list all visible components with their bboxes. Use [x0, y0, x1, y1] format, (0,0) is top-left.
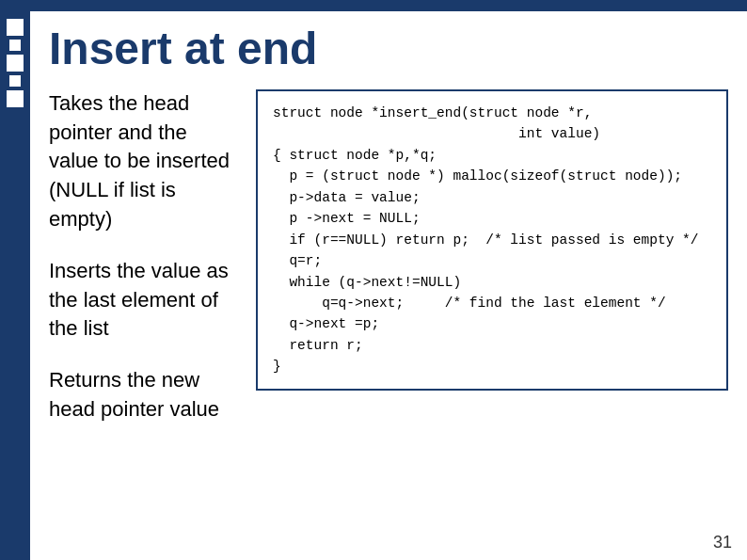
code-line-7: if (r==NULL) return p; /* list passed is… — [273, 230, 711, 250]
code-line-12: return r; — [273, 335, 711, 356]
slide-container: Insert at end Takes the head pointer and… — [0, 0, 747, 560]
code-line-13: } — [273, 356, 711, 376]
code-line-3: { struct node *p,*q; — [273, 145, 711, 166]
left-section-1-text: Takes the head pointer and the value to … — [49, 91, 230, 231]
code-line-11: q->next =p; — [273, 313, 711, 334]
code-line-4: p = (struct node *) malloc(sizeof(struct… — [273, 166, 711, 186]
left-square-3 — [7, 55, 24, 72]
code-line-2: int value) — [273, 123, 711, 144]
code-box: struct node *insert_end(struct node *r, … — [256, 89, 728, 391]
left-section-3-text: Returns the new head pointer value — [49, 368, 219, 421]
left-square-1 — [7, 19, 24, 36]
main-content: Insert at end Takes the head pointer and… — [30, 11, 747, 560]
left-text-panel: Takes the head pointer and the value to … — [49, 89, 237, 447]
left-square-4 — [9, 75, 21, 87]
left-section-2: Inserts the value as the last element of… — [49, 257, 237, 344]
code-line-10: q=q->next; /* find the last element */ — [273, 293, 711, 313]
page-number: 31 — [713, 533, 732, 552]
content-row: Takes the head pointer and the value to … — [49, 89, 728, 447]
code-line-9: while (q->next!=NULL) — [273, 272, 711, 293]
slide-title: Insert at end — [49, 24, 728, 74]
left-section-3: Returns the new head pointer value — [49, 366, 237, 424]
code-line-1: struct node *insert_end(struct node *r, — [273, 103, 711, 123]
code-line-8: q=r; — [273, 250, 711, 271]
left-section-2-text: Inserts the value as the last element of… — [49, 259, 229, 341]
left-section-1: Takes the head pointer and the value to … — [49, 89, 237, 234]
left-square-2 — [9, 40, 21, 51]
left-square-5 — [7, 90, 24, 107]
left-bar — [0, 0, 30, 560]
code-line-5: p->data = value; — [273, 187, 711, 208]
code-line-6: p ->next = NULL; — [273, 208, 711, 229]
top-bar — [0, 0, 747, 11]
